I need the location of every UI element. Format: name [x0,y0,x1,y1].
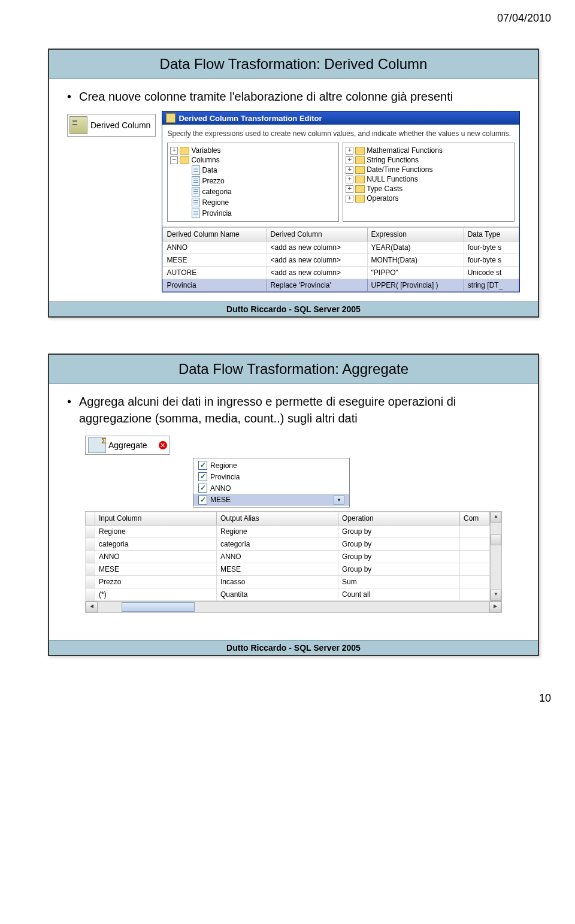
cell[interactable]: Incasso [217,576,338,588]
checkbox-icon[interactable]: ✓ [198,484,207,493]
checkbox-icon[interactable]: ✓ [198,472,207,481]
dropdown-icon[interactable]: ▼ [334,495,344,505]
expand-icon[interactable]: + [346,185,353,193]
cell[interactable] [460,563,490,576]
aggregate-grid[interactable]: Input Column Output Alias Operation Com … [85,511,490,601]
scroll-up-icon[interactable]: ▲ [491,512,501,523]
cell[interactable]: YEAR(Data) [367,241,464,254]
grid-row[interactable]: RegioneRegioneGroup by [86,526,490,538]
grid-header[interactable]: Com [460,512,490,526]
cell[interactable]: ANNO [217,551,338,563]
expand-icon[interactable]: + [170,147,178,155]
cell[interactable]: categoria [217,538,338,551]
tree-node-variables[interactable]: Variables [191,146,220,155]
cell[interactable] [460,551,490,563]
grid-row[interactable]: PrezzoIncassoSum [86,576,490,588]
grid-row-selected[interactable]: Provincia Replace 'Provincia' UPPER( [Pr… [163,279,519,292]
grid-header[interactable]: Expression [367,228,464,241]
cell[interactable]: Group by [338,551,460,563]
cell[interactable]: AUTORE [163,267,267,279]
cell[interactable]: <add as new column> [267,254,367,267]
derived-column-grid[interactable]: Derived Column Name Derived Column Expre… [162,227,519,292]
cell[interactable]: UPPER( [Provincia] ) [367,279,464,292]
cell[interactable]: Quantita [217,588,338,601]
vertical-scrollbar[interactable]: ▲ ▼ [490,511,502,601]
cell[interactable]: (*) [95,588,217,601]
cell[interactable]: Group by [338,538,460,551]
tree-leaf[interactable]: categoria [202,188,231,196]
scroll-down-icon[interactable]: ▼ [491,590,501,600]
checklist-item[interactable]: ✓ANNO [193,482,349,494]
cell[interactable]: <add as new column> [267,241,367,254]
grid-header[interactable]: Derived Column Name [163,228,267,241]
tree-node[interactable]: Operators [367,194,398,203]
grid-header[interactable]: Input Column [95,512,217,526]
checklist-item[interactable]: ✓Provincia [193,471,349,482]
grid-header[interactable]: Derived Column [267,228,367,241]
tree-node[interactable]: Date/Time Functions [367,165,432,174]
grid-row[interactable]: categoriacategoriaGroup by [86,538,490,551]
grid-row[interactable]: ANNOANNOGroup by [86,551,490,563]
expand-icon[interactable]: + [346,195,353,203]
tree-leaf[interactable]: Data [202,166,217,174]
columns-tree[interactable]: +Variables −Columns Data Prezzo categori… [167,143,339,222]
cell[interactable]: Count all [338,588,460,601]
cell[interactable]: MONTH(Data) [367,254,464,267]
grid-row[interactable]: (*)QuantitaCount all [86,588,490,601]
cell[interactable]: ANNO [163,241,267,254]
tree-leaf[interactable]: Provincia [202,209,231,218]
cell[interactable]: ANNO [95,551,217,563]
grid-header[interactable]: Output Alias [217,512,338,526]
cell[interactable]: MESE [163,254,267,267]
grid-row[interactable]: AUTORE <add as new column> "PIPPO" Unico… [163,267,519,279]
cell[interactable]: Provincia [163,279,267,292]
checkbox-icon[interactable]: ✓ [198,496,207,505]
grid-row[interactable]: MESEMESEGroup by [86,563,490,576]
scroll-thumb[interactable] [491,535,501,545]
scroll-left-icon[interactable]: ◀ [86,602,98,612]
tree-node[interactable]: String Functions [367,156,419,164]
checkbox-icon[interactable]: ✓ [198,461,207,470]
scroll-right-icon[interactable]: ▶ [489,602,501,612]
cell[interactable] [460,588,490,601]
expand-icon[interactable]: + [346,147,353,155]
tree-node-columns[interactable]: Columns [191,156,219,164]
grid-header[interactable]: Operation [338,512,460,526]
grid-row[interactable]: ANNO <add as new column> YEAR(Data) four… [163,241,519,254]
cell[interactable] [460,526,490,538]
cell[interactable]: "PIPPO" [367,267,464,279]
cell[interactable]: four-byte s [464,254,519,267]
tree-leaf[interactable]: Regione [202,198,229,207]
expand-icon[interactable]: + [346,156,353,164]
cell[interactable]: MESE [217,563,338,576]
cell[interactable]: categoria [95,538,217,551]
cell[interactable]: MESE [95,563,217,576]
cell[interactable]: Regione [95,526,217,538]
tree-node[interactable]: Mathematical Functions [367,146,443,155]
scroll-thumb[interactable] [122,602,195,612]
cell[interactable]: four-byte s [464,241,519,254]
cell[interactable] [460,576,490,588]
tree-node[interactable]: NULL Functions [367,175,418,183]
cell[interactable]: <add as new column> [267,267,367,279]
tree-node[interactable]: Type Casts [367,185,402,193]
collapse-icon[interactable]: − [170,156,178,164]
cell[interactable]: Sum [338,576,460,588]
grid-header[interactable]: Data Type [464,228,519,241]
cell[interactable] [460,538,490,551]
cell[interactable]: Replace 'Provincia' [267,279,367,292]
cell[interactable]: string [DT_ [464,279,519,292]
expand-icon[interactable]: + [346,176,353,183]
checklist-item-selected[interactable]: ✓MESE▼ [193,494,349,506]
cell[interactable]: Regione [217,526,338,538]
aggregate-toolbox-item[interactable]: Aggregate ✕ [85,436,170,455]
cell[interactable]: Group by [338,526,460,538]
cell[interactable]: Group by [338,563,460,576]
cell[interactable]: Unicode st [464,267,519,279]
horizontal-scrollbar[interactable]: ◀ ▶ [85,601,502,613]
aggregate-checklist[interactable]: ✓Regione ✓Provincia ✓ANNO ✓MESE▼ [193,458,350,508]
derived-column-toolbox-item[interactable]: Derived Column [67,114,156,137]
expand-icon[interactable]: + [346,166,353,174]
grid-row[interactable]: MESE <add as new column> MONTH(Data) fou… [163,254,519,267]
checklist-item[interactable]: ✓Regione [193,460,349,471]
